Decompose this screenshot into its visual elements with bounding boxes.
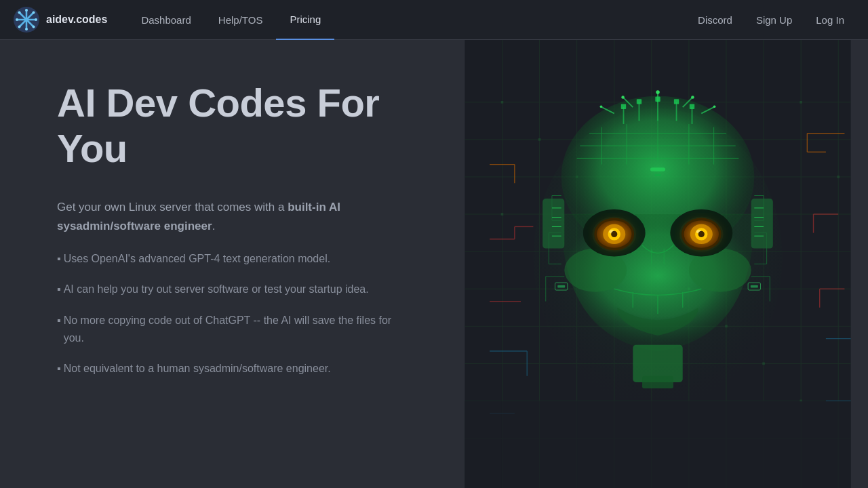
svg-point-6 <box>25 28 28 30</box>
svg-rect-140 <box>751 285 758 288</box>
bullet-item-1: ▪ Uses OpenAI's advanced GPT-4 text gene… <box>57 250 407 268</box>
svg-point-7 <box>16 18 18 21</box>
nav-help-tos[interactable]: Help/TOS <box>205 0 277 40</box>
logo-link[interactable]: aidev.codes <box>14 7 107 33</box>
svg-point-10 <box>33 26 35 28</box>
nav-right: Discord Sign Up Log In <box>688 0 854 40</box>
svg-rect-151 <box>465 401 850 488</box>
svg-point-5 <box>25 9 28 12</box>
hero-title: AI Dev Codes For You <box>57 81 407 171</box>
svg-rect-38 <box>762 363 765 365</box>
nav-pricing[interactable]: Pricing <box>276 0 334 40</box>
svg-rect-149 <box>621 104 626 109</box>
svg-point-85 <box>713 105 716 108</box>
svg-rect-135 <box>650 167 665 171</box>
bullet-item-2: ▪ AI can help you try out server softwar… <box>57 281 407 298</box>
svg-point-81 <box>656 90 660 94</box>
bullet-dot-1: ▪ <box>57 250 61 268</box>
svg-rect-43 <box>501 213 504 216</box>
content-right <box>448 40 868 488</box>
bullet-item-4: ▪ Not equivalent to a human sysadmin/sof… <box>57 360 407 378</box>
main-content: AI Dev Codes For You Get your own Linux … <box>0 40 868 488</box>
svg-rect-150 <box>690 104 694 109</box>
bullet-dot-4: ▪ <box>57 360 61 378</box>
svg-point-128 <box>593 217 636 251</box>
svg-rect-102 <box>542 199 564 248</box>
svg-rect-39 <box>800 101 802 104</box>
svg-rect-147 <box>655 97 660 102</box>
svg-rect-148 <box>674 99 679 104</box>
svg-rect-67 <box>642 376 673 388</box>
svg-rect-107 <box>751 199 773 248</box>
svg-point-83 <box>691 96 694 99</box>
bullet-dot-2: ▪ <box>57 281 61 298</box>
svg-point-8 <box>35 18 37 21</box>
svg-point-82 <box>621 96 625 99</box>
svg-rect-44 <box>837 176 840 178</box>
nav-dashboard[interactable]: Dashboard <box>127 0 204 40</box>
nav-login[interactable]: Log In <box>806 0 854 40</box>
svg-point-12 <box>18 26 21 28</box>
logo-icon <box>14 7 39 33</box>
svg-point-11 <box>33 12 35 14</box>
logo-text: aidev.codes <box>46 14 107 26</box>
svg-rect-35 <box>538 138 541 141</box>
bullet-item-3: ▪ No more copying code out of ChatGPT --… <box>57 312 407 346</box>
svg-rect-34 <box>501 101 504 104</box>
content-left: AI Dev Codes For You Get your own Linux … <box>0 40 448 488</box>
svg-point-84 <box>600 105 603 108</box>
nav-signup[interactable]: Sign Up <box>746 0 802 40</box>
nav-discord[interactable]: Discord <box>688 0 743 40</box>
svg-rect-139 <box>557 285 565 288</box>
svg-rect-136 <box>654 174 660 176</box>
svg-point-129 <box>679 217 723 251</box>
nav-links: Dashboard Help/TOS Pricing <box>127 0 688 40</box>
ai-robot-illustration <box>448 40 868 488</box>
bullet-dot-3: ▪ <box>57 312 61 346</box>
hero-description: Get your own Linux server that comes wit… <box>57 198 407 235</box>
svg-rect-146 <box>637 99 642 104</box>
navbar: aidev.codes Dashboard Help/TOS Pricing D… <box>0 0 868 40</box>
svg-point-9 <box>18 12 21 14</box>
